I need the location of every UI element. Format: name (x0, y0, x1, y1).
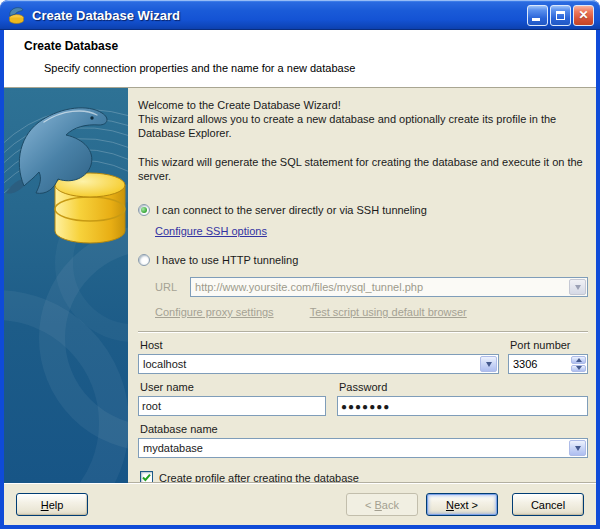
radio-unselected-icon[interactable] (138, 254, 150, 266)
dropdown-arrow-icon[interactable] (480, 356, 497, 372)
configure-ssh-link[interactable]: Configure SSH options (155, 225, 267, 237)
radio-direct-label: I can connect to the server directly or … (156, 204, 427, 216)
titlebar[interactable]: Create Database Wizard ✕ (0, 0, 600, 30)
host-port-row: Host localhost Port number (138, 339, 588, 374)
database-name-label: Database name (140, 423, 588, 435)
radio-direct-connection[interactable]: I can connect to the server directly or … (138, 204, 588, 216)
arrow-down-icon (576, 366, 582, 370)
dropdown-arrow-icon (569, 279, 586, 295)
wizard-description: This wizard will generate the SQL statem… (138, 155, 588, 183)
radio-selected-icon[interactable] (138, 204, 150, 216)
dolphin-database-illustration (4, 88, 128, 483)
host-value: localhost (140, 358, 480, 370)
url-value: http://www.yoursite.com/files/mysql_tunn… (192, 281, 569, 293)
port-spinner[interactable] (508, 354, 588, 374)
help-button[interactable]: Help (16, 493, 88, 516)
create-database-wizard-window: Create Database Wizard ✕ Create Database… (0, 0, 600, 529)
port-label: Port number (510, 339, 588, 351)
url-combobox: http://www.yoursite.com/files/mysql_tunn… (190, 277, 588, 297)
cancel-button[interactable]: Cancel (512, 493, 584, 516)
maximize-icon (556, 11, 565, 20)
host-label: Host (140, 339, 499, 351)
section-separator (138, 331, 588, 333)
app-dolphin-database-icon (7, 6, 26, 24)
back-button: < Back (346, 493, 418, 516)
spinner-down-button[interactable] (571, 365, 586, 373)
next-button[interactable]: Next > (426, 493, 498, 516)
window-title: Create Database Wizard (32, 8, 527, 23)
wizard-header: Create Database Specify connection prope… (4, 30, 596, 88)
close-icon: ✕ (578, 9, 588, 21)
host-combobox[interactable]: localhost (138, 354, 499, 374)
port-input[interactable] (510, 356, 571, 372)
password-label: Password (339, 381, 588, 393)
dropdown-arrow-icon[interactable] (569, 440, 586, 456)
radio-http-tunneling[interactable]: I have to use HTTP tunneling (138, 254, 588, 266)
create-profile-label: Create profile after creating the databa… (159, 472, 359, 484)
welcome-text: Welcome to the Create Database Wizard! T… (138, 98, 588, 140)
sidebar-artwork (4, 88, 128, 483)
minimize-button[interactable] (527, 5, 548, 26)
page-title: Create Database (24, 39, 586, 53)
button-bar: Help < Back Next > Cancel (4, 483, 596, 525)
radio-http-label: I have to use HTTP tunneling (156, 254, 298, 266)
test-script-link: Test script using default browser (310, 306, 467, 318)
database-name-row: Database name mydatabase (138, 423, 588, 458)
wizard-content: Welcome to the Create Database Wizard! T… (128, 88, 596, 483)
database-name-value: mydatabase (140, 442, 569, 454)
close-button[interactable]: ✕ (573, 5, 594, 26)
page-subtitle: Specify connection properties and the na… (44, 62, 586, 74)
password-input[interactable] (337, 396, 588, 416)
dialog-frame: Create Database Specify connection prope… (4, 30, 596, 525)
url-label: URL (155, 281, 177, 293)
minimize-icon (532, 18, 540, 21)
url-row: URL http://www.yoursite.com/files/mysql_… (155, 277, 588, 297)
arrow-up-icon (576, 358, 582, 362)
tunnel-links-row: Configure proxy settings Test script usi… (155, 306, 588, 318)
username-input[interactable] (138, 396, 326, 416)
username-label: User name (140, 381, 326, 393)
configure-proxy-link: Configure proxy settings (155, 306, 274, 318)
database-name-combobox[interactable]: mydatabase (138, 438, 588, 458)
maximize-button[interactable] (550, 5, 571, 26)
user-password-row: User name Password (138, 381, 588, 416)
spinner-up-button[interactable] (571, 356, 586, 364)
